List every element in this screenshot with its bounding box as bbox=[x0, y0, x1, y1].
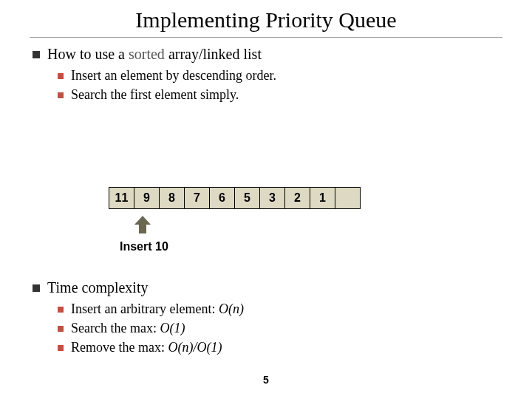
bullet-text: Search the first element simply. bbox=[71, 87, 239, 102]
insert-label: Insert 10 bbox=[120, 240, 168, 253]
bullet-time-complexity: Time complexity bbox=[33, 279, 148, 296]
array-cell: 7 bbox=[184, 187, 210, 209]
array-cell: 8 bbox=[159, 187, 185, 209]
bullet-text: Remove the max: bbox=[71, 340, 168, 355]
bullet-text: Insert an element by descending order. bbox=[71, 68, 276, 83]
bullet-insert-desc: Insert an element by descending order. bbox=[58, 68, 276, 83]
array-cell: 2 bbox=[284, 187, 310, 209]
math-on-o1: O(n)/O(1) bbox=[168, 340, 222, 355]
bullet-text: Time complexity bbox=[47, 279, 148, 296]
title-divider bbox=[30, 37, 502, 38]
sorted-array: 11 9 8 7 6 5 3 2 1 bbox=[109, 187, 361, 209]
bullet-square-icon bbox=[58, 92, 64, 98]
array-cell: 6 bbox=[209, 187, 235, 209]
array-cell: 11 bbox=[109, 187, 134, 209]
bullet-text: How to use a bbox=[47, 46, 129, 62]
array-cell: 5 bbox=[234, 187, 260, 209]
math-on: O(n) bbox=[219, 301, 244, 316]
bullet-search-complexity: Search the max: O(1) bbox=[58, 321, 185, 336]
bullet-sorted-word: sorted bbox=[129, 46, 165, 62]
bullet-text: array/linked list bbox=[165, 46, 262, 62]
bullet-square-icon bbox=[58, 326, 64, 332]
math-o1: O(1) bbox=[160, 321, 185, 335]
array-cell: 1 bbox=[310, 187, 335, 209]
bullet-text: Insert an arbitrary element: bbox=[71, 301, 219, 316]
bullet-insert-complexity: Insert an arbitrary element: O(n) bbox=[58, 301, 244, 317]
bullet-square-icon bbox=[58, 73, 64, 79]
page-number: 5 bbox=[0, 374, 532, 386]
bullet-text: Search the max: bbox=[71, 321, 160, 335]
array-cell: 9 bbox=[134, 187, 160, 209]
bullet-square-icon bbox=[58, 307, 64, 313]
slide-title: Implementing Priority Queue bbox=[0, 7, 532, 33]
slide: Implementing Priority Queue How to use a… bbox=[0, 0, 532, 399]
bullet-square-icon bbox=[58, 345, 64, 351]
array-cell bbox=[335, 187, 361, 209]
bullet-howto: How to use a sorted array/linked list bbox=[33, 46, 262, 63]
bullet-remove-complexity: Remove the max: O(n)/O(1) bbox=[58, 340, 222, 355]
bullet-square-icon bbox=[33, 284, 40, 292]
array-cell: 3 bbox=[259, 187, 285, 209]
bullet-square-icon bbox=[33, 51, 40, 58]
bullet-search-desc: Search the first element simply. bbox=[58, 87, 239, 103]
